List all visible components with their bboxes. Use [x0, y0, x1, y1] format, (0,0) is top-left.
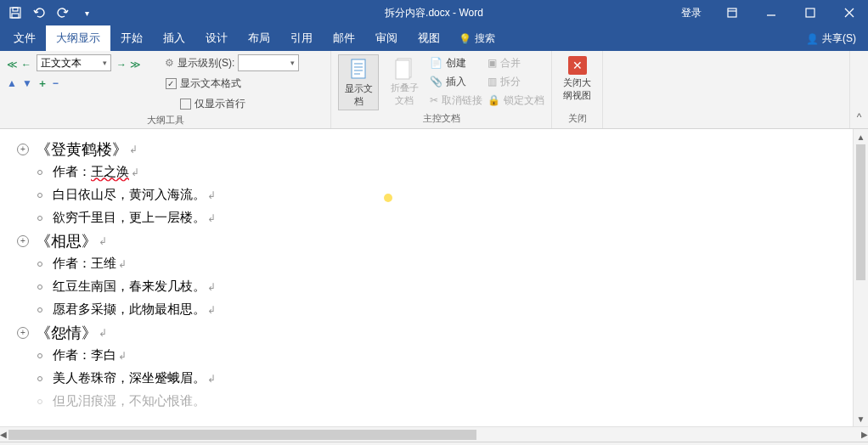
outline-body[interactable]: 作者：王之涣 — [53, 164, 129, 180]
group-outline-tools: 大纲工具 — [7, 112, 324, 130]
undo-button[interactable] — [29, 3, 49, 23]
move-down-button[interactable]: ▼ — [22, 77, 32, 89]
outline-body[interactable]: 红豆生南国，春来发几枝。 — [53, 279, 206, 295]
save-button[interactable] — [5, 3, 25, 23]
scroll-up-button[interactable]: ▲ — [854, 129, 868, 144]
tab-design[interactable]: 设计 — [195, 25, 238, 51]
minimize-button[interactable] — [752, 0, 790, 25]
split-subdoc-button: ▥拆分 — [488, 73, 544, 90]
share-button[interactable]: 👤 共享(S) — [794, 26, 868, 51]
insert-icon: 📎 — [430, 76, 442, 87]
demote-button[interactable]: → — [116, 59, 127, 70]
ribbon-display-options[interactable] — [713, 0, 751, 25]
expand-bullet-icon[interactable]: + — [17, 235, 29, 247]
scrollbar-vertical[interactable] — [854, 144, 868, 411]
create-subdoc-button[interactable]: 📄创建 — [430, 54, 482, 71]
promote-button[interactable]: ← — [21, 59, 31, 70]
collapse-subdoc-button: 折叠子文档 — [384, 54, 425, 109]
tab-references[interactable]: 引用 — [280, 25, 323, 51]
share-icon: 👤 — [806, 33, 819, 45]
outline-body[interactable]: 作者：李白 — [53, 347, 116, 363]
outline-body[interactable]: 但见泪痕湿，不知心恨谁。 — [53, 393, 206, 409]
outline-body[interactable]: 白日依山尽，黄河入海流。 — [53, 187, 206, 203]
svg-rect-3 — [728, 8, 736, 17]
cursor-highlight-icon — [384, 194, 392, 202]
unlink-icon: ✂ — [430, 94, 438, 106]
close-window-button[interactable] — [831, 0, 868, 25]
close-outline-view-button[interactable]: ✕ 关闭大纲视图 — [559, 54, 595, 104]
expand-bullet-icon[interactable]: + — [17, 144, 29, 155]
tab-outline[interactable]: 大纲显示 — [46, 25, 110, 51]
show-document-button[interactable]: 显示文档 — [338, 54, 379, 110]
body-bullet-icon — [34, 166, 46, 178]
tell-me-search[interactable]: 💡 搜索 — [450, 26, 504, 51]
qat-customize[interactable]: ▾ — [76, 3, 97, 23]
outline-level-select[interactable]: 正文文本▾ — [37, 54, 111, 71]
outline-body[interactable]: 作者：王维 — [53, 256, 116, 272]
merge-icon: ▣ — [488, 57, 497, 69]
scroll-thumb[interactable] — [856, 144, 865, 280]
group-close: 关闭 — [559, 110, 595, 128]
tab-insert[interactable]: 插入 — [153, 25, 195, 51]
svg-rect-5 — [352, 59, 365, 78]
tab-review[interactable]: 审阅 — [365, 25, 408, 51]
scroll-thumb[interactable] — [8, 430, 476, 440]
outline-body[interactable]: 愿君多采撷，此物最相思。 — [53, 301, 206, 318]
redo-button[interactable] — [53, 3, 73, 23]
expand-button[interactable]: ＋ — [37, 76, 48, 91]
paragraph-mark-icon: ↲ — [129, 144, 138, 155]
signin-button[interactable]: 登录 — [671, 6, 712, 20]
scroll-down-button[interactable]: ▼ — [854, 411, 868, 426]
outline-heading[interactable]: 《相思》 — [36, 231, 97, 251]
show-level-icon: ⚙ — [165, 57, 174, 69]
outline-body[interactable]: 欲穷千里目，更上一层楼。 — [53, 210, 206, 226]
split-icon: ▥ — [488, 76, 497, 87]
scroll-left-button[interactable]: ◀ — [0, 427, 7, 442]
move-up-button[interactable]: ▲ — [7, 77, 17, 89]
tab-home[interactable]: 开始 — [110, 25, 153, 51]
demote-to-body-button[interactable]: ≫ — [130, 59, 141, 70]
subdoc-icon — [392, 56, 416, 80]
tab-file[interactable]: 文件 — [3, 25, 46, 51]
scrollbar-horizontal[interactable] — [8, 430, 860, 440]
scroll-right-button[interactable]: ▶ — [861, 427, 868, 442]
create-icon: 📄 — [430, 57, 442, 69]
expand-bullet-icon[interactable]: + — [17, 327, 29, 339]
document-icon — [347, 57, 370, 81]
promote-to-h1-button[interactable]: ≪ — [7, 59, 18, 70]
lock-icon: 🔒 — [488, 94, 500, 106]
group-master-doc: 主控文档 — [338, 110, 544, 128]
svg-rect-1 — [13, 8, 18, 11]
maximize-button[interactable] — [792, 0, 829, 25]
show-level-select[interactable]: ▾ — [238, 54, 299, 71]
document-title: 拆分内容.docx - Word — [385, 6, 483, 20]
outline-heading[interactable]: 《怨情》 — [36, 323, 97, 343]
tab-view[interactable]: 视图 — [408, 25, 450, 51]
lock-subdoc-button: 🔒锁定文档 — [488, 92, 544, 109]
outline-body[interactable]: 美人卷珠帘，深坐蹙蛾眉。 — [53, 370, 206, 386]
tab-mailings[interactable]: 邮件 — [323, 25, 365, 51]
outline-heading[interactable]: 《登黄鹤楼》 — [36, 139, 127, 160]
show-formatting-checkbox[interactable]: ✓显示文本格式 — [166, 75, 241, 92]
svg-rect-7 — [396, 60, 409, 79]
show-firstline-checkbox[interactable]: 仅显示首行 — [180, 95, 245, 112]
close-icon: ✕ — [568, 56, 587, 75]
collapse-button[interactable]: − — [53, 77, 59, 89]
unlink-subdoc-button: ✂取消链接 — [430, 92, 482, 109]
bulb-icon: 💡 — [459, 33, 471, 45]
tab-layout[interactable]: 布局 — [238, 25, 280, 51]
svg-rect-2 — [12, 14, 19, 18]
svg-rect-4 — [806, 8, 814, 17]
collapse-ribbon-button[interactable]: ^ — [849, 51, 868, 128]
insert-subdoc-button[interactable]: 📎插入 — [430, 73, 482, 90]
document-outline[interactable]: +《登黄鹤楼》↲ 作者：王之涣↲ 白日依山尽，黄河入海流。↲ 欲穷千里目，更上一… — [0, 129, 853, 426]
merge-subdoc-button: ▣合并 — [488, 54, 544, 71]
